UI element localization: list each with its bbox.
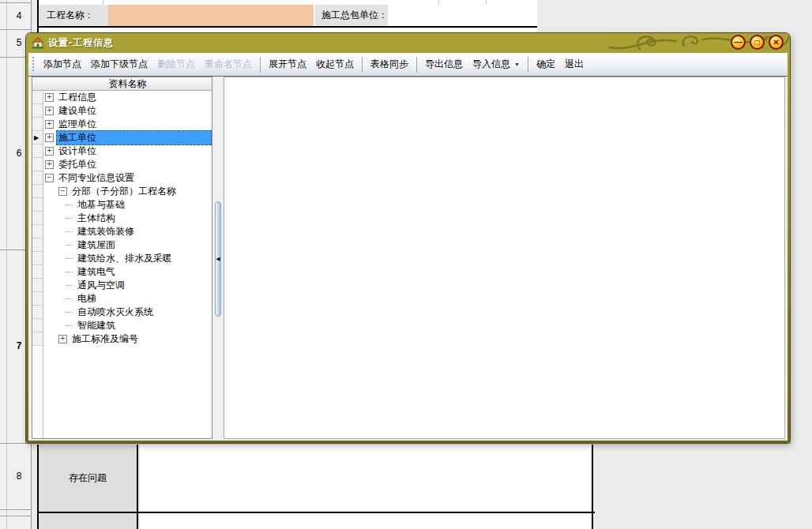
gutter-cell bbox=[32, 118, 43, 131]
toolbar-button-1[interactable]: 添加下级节点 bbox=[86, 54, 152, 74]
dialog-toolbar: 添加节点添加下级节点删除节点重命名节点展开节点收起节点表格同步导出信息导入信息▼… bbox=[28, 53, 788, 77]
row-number: 4 bbox=[6, 2, 32, 29]
toolbar-grip[interactable] bbox=[32, 57, 36, 73]
tree-rows: +工程信息+建设单位+监理单位+施工单位+设计单位+委托单位−不同专业信息设置−… bbox=[43, 91, 212, 438]
tree-node[interactable]: 建筑电气 bbox=[43, 265, 212, 279]
tree-node[interactable]: 建筑屋面 bbox=[43, 238, 212, 252]
tree-node-label[interactable]: 施工标准及编号 bbox=[70, 332, 212, 347]
toolbar-button-14[interactable]: 退出 bbox=[560, 54, 588, 74]
row-divider bbox=[0, 509, 32, 510]
tree-node[interactable]: +监理单位 bbox=[43, 118, 212, 131]
maximize-button[interactable]: □ bbox=[750, 35, 765, 50]
gutter-cell bbox=[32, 225, 43, 238]
problems-value-cell[interactable] bbox=[140, 445, 593, 512]
tree-node[interactable]: +施工标准及编号 bbox=[43, 332, 212, 346]
toolbar-button-5[interactable]: 展开节点 bbox=[264, 54, 311, 74]
collapse-left-icon: ◀ bbox=[216, 256, 220, 262]
minimize-button[interactable]: — bbox=[731, 35, 746, 50]
expand-plus-icon[interactable]: + bbox=[45, 107, 54, 115]
gutter-cell bbox=[32, 185, 43, 198]
tree-node[interactable]: 主体结构 bbox=[43, 212, 212, 225]
problems-label: 存在问题 bbox=[69, 471, 107, 485]
gutter-cell bbox=[32, 91, 43, 104]
cell-border bbox=[486, 0, 487, 5]
expand-plus-icon[interactable]: + bbox=[45, 147, 54, 156]
expand-plus-icon[interactable]: + bbox=[45, 120, 54, 129]
tree-connector bbox=[66, 245, 73, 246]
gutter-cell bbox=[32, 171, 43, 185]
gutter-cell bbox=[32, 198, 43, 212]
dialog-title: 设置-工程信息 bbox=[48, 36, 114, 50]
gutter-cell bbox=[32, 292, 43, 306]
dialog-content: 资料名称 ▶ +工程信息+建设单位+监理单位+施工单位+设计单位+委托单位−不同… bbox=[28, 77, 788, 441]
project-name-row: 工程名称： 施工总包单位： bbox=[37, 0, 537, 33]
tree-row-gutter: ▶ bbox=[32, 91, 43, 438]
tree-node[interactable]: +建设单位 bbox=[43, 104, 212, 118]
project-name-field[interactable] bbox=[108, 5, 314, 26]
toolbar-button-2[interactable]: 删除节点 bbox=[152, 54, 200, 74]
gutter-cell bbox=[32, 265, 43, 279]
splitter-collapse-handle[interactable]: ◀ bbox=[215, 201, 221, 317]
expand-plus-icon[interactable]: + bbox=[45, 160, 54, 169]
tree-panel: 资料名称 ▶ +工程信息+建设单位+监理单位+施工单位+设计单位+委托单位−不同… bbox=[32, 77, 212, 439]
tree-connector bbox=[66, 204, 73, 205]
gutter-cell bbox=[32, 144, 43, 158]
gutter-cell bbox=[32, 238, 43, 252]
tree-connector bbox=[66, 298, 73, 299]
toolbar-button-8[interactable]: 表格同步 bbox=[366, 54, 413, 74]
gutter-cell bbox=[32, 158, 43, 171]
tree-node[interactable]: 智能建筑 bbox=[43, 319, 212, 332]
toolbar-separator bbox=[416, 57, 417, 73]
tree-connector bbox=[66, 272, 73, 272]
gutter-cell bbox=[32, 279, 43, 292]
detail-panel[interactable] bbox=[224, 77, 785, 439]
home-icon bbox=[32, 36, 44, 49]
tree-connector bbox=[66, 285, 73, 286]
settings-dialog: 设置-工程信息 — □ ✕ 添加节点添加下级节点删除节点重命名节点展开节点收起节… bbox=[26, 33, 790, 443]
contractor-label: 施工总包单位： bbox=[315, 5, 388, 26]
cell-border bbox=[438, 0, 439, 5]
gutter-cell: ▶ bbox=[32, 131, 43, 144]
project-name-label: 工程名称： bbox=[39, 5, 108, 26]
tree-connector bbox=[66, 312, 73, 313]
collapse-minus-icon[interactable]: − bbox=[45, 174, 54, 182]
toolbar-button-6[interactable]: 收起节点 bbox=[311, 54, 359, 74]
tree-node[interactable]: 通风与空调 bbox=[43, 279, 212, 292]
toolbar-button-13[interactable]: 确定 bbox=[532, 54, 560, 74]
gutter-cell bbox=[32, 332, 43, 346]
tree-node[interactable]: +委托单位 bbox=[43, 158, 212, 171]
toolbar-button-11[interactable]: 导入信息▼ bbox=[468, 54, 524, 74]
close-button[interactable]: ✕ bbox=[769, 35, 784, 50]
gutter-cell bbox=[32, 319, 43, 332]
expand-plus-icon[interactable]: + bbox=[45, 93, 54, 102]
toolbar-button-10[interactable]: 导出信息 bbox=[420, 54, 468, 74]
tree-node[interactable]: 地基与基础 bbox=[43, 198, 212, 212]
row-number: 8 bbox=[6, 443, 32, 509]
row-bottom-border bbox=[39, 26, 537, 28]
tree-node[interactable]: +工程信息 bbox=[43, 91, 212, 104]
gutter-cell bbox=[32, 306, 43, 319]
tree-node[interactable]: 建筑装饰装修 bbox=[43, 225, 212, 238]
tree-node[interactable]: +施工单位 bbox=[43, 131, 212, 144]
tree-node[interactable]: 建筑给水、排水及采暖 bbox=[43, 252, 212, 265]
toolbar-separator bbox=[528, 57, 528, 73]
tree-node[interactable]: 自动喷水灭火系统 bbox=[43, 306, 212, 319]
tree-node[interactable]: −不同专业信息设置 bbox=[43, 171, 212, 185]
collapse-minus-icon[interactable]: − bbox=[58, 187, 67, 196]
tree-node[interactable]: +设计单位 bbox=[43, 144, 212, 158]
toolbar-button-0[interactable]: 添加节点 bbox=[39, 54, 86, 74]
next-row-value-cell[interactable] bbox=[140, 513, 593, 529]
tree-connector bbox=[66, 218, 73, 219]
tree-node[interactable]: 电梯 bbox=[43, 292, 212, 306]
expand-plus-icon[interactable]: + bbox=[58, 335, 67, 343]
toolbar-button-3[interactable]: 重命名节点 bbox=[200, 54, 257, 74]
problems-label-cell: 存在问题 bbox=[39, 445, 138, 512]
row-divider bbox=[0, 516, 32, 516]
tree-node[interactable]: −分部（子分部）工程名称 bbox=[43, 185, 212, 198]
panel-splitter: ◀ bbox=[212, 77, 224, 439]
dropdown-arrow-icon: ▼ bbox=[514, 62, 520, 67]
dialog-titlebar[interactable]: 设置-工程信息 — □ ✕ bbox=[26, 33, 790, 53]
tree-column-header: 资料名称 bbox=[32, 77, 212, 91]
tree-connector bbox=[66, 258, 73, 259]
expand-plus-icon[interactable]: + bbox=[45, 133, 54, 142]
